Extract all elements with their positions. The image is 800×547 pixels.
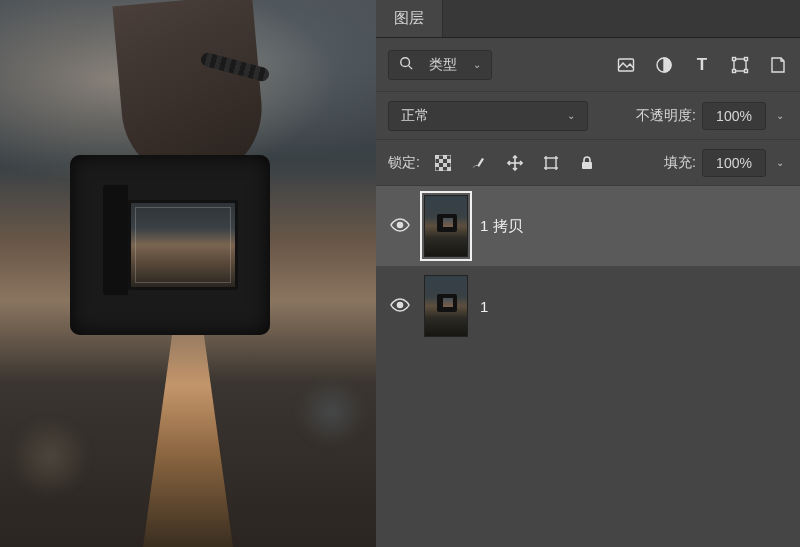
layer-row[interactable]: 1 拷贝 <box>376 186 800 266</box>
svg-rect-17 <box>435 163 439 167</box>
layer-thumbnail[interactable] <box>424 195 468 257</box>
svg-rect-33 <box>582 162 592 169</box>
svg-rect-8 <box>733 57 736 60</box>
svg-rect-14 <box>443 155 447 159</box>
screen-overlay <box>135 207 231 283</box>
panel-tab-bar: 图层 <box>376 0 800 38</box>
svg-rect-9 <box>745 57 748 60</box>
svg-point-3 <box>401 58 410 67</box>
visibility-toggle[interactable] <box>388 215 412 238</box>
fill-label: 填充: <box>664 154 696 172</box>
filter-smartobject-icon[interactable] <box>768 55 788 75</box>
lock-transparency-icon[interactable] <box>434 154 452 172</box>
blend-mode-value: 正常 <box>401 107 429 125</box>
blend-mode-row: 正常 ⌄ 不透明度: 100% ⌄ <box>376 92 800 140</box>
svg-rect-18 <box>443 163 447 167</box>
lock-label: 锁定: <box>388 154 420 172</box>
eye-icon <box>390 295 410 318</box>
fill-value: 100% <box>716 155 752 171</box>
svg-rect-16 <box>447 159 451 163</box>
visibility-toggle[interactable] <box>388 295 412 318</box>
layers-panel: 图层 类型 ⌄ T <box>376 0 800 547</box>
layer-name[interactable]: 1 拷贝 <box>480 217 523 236</box>
svg-point-34 <box>398 222 403 227</box>
lock-artboard-icon[interactable] <box>542 154 560 172</box>
blend-mode-select[interactable]: 正常 ⌄ <box>388 101 588 131</box>
svg-rect-24 <box>546 158 556 168</box>
filter-icons: T <box>616 55 788 75</box>
svg-point-35 <box>398 302 403 307</box>
chevron-down-icon: ⌄ <box>473 59 481 70</box>
filter-type-icon[interactable]: T <box>692 55 712 75</box>
layers-list: 1 拷贝 1 <box>376 186 800 547</box>
svg-rect-20 <box>447 167 451 171</box>
opacity-label: 不透明度: <box>636 107 696 125</box>
camera-screen <box>128 200 238 290</box>
bokeh <box>296 377 366 447</box>
lock-all-icon[interactable] <box>578 154 596 172</box>
opacity-stepper[interactable]: ⌄ <box>772 102 788 130</box>
fill-stepper[interactable]: ⌄ <box>772 149 788 177</box>
svg-rect-13 <box>435 155 439 159</box>
fill-input[interactable]: 100% <box>702 149 766 177</box>
filter-label: 类型 <box>429 56 457 74</box>
eye-icon <box>390 215 410 238</box>
tab-label: 图层 <box>394 9 424 28</box>
svg-rect-11 <box>745 69 748 72</box>
layer-name[interactable]: 1 <box>480 298 488 315</box>
panel-menu-button[interactable] <box>770 0 800 37</box>
svg-rect-10 <box>733 69 736 72</box>
svg-rect-15 <box>439 159 443 163</box>
chevron-down-icon: ⌄ <box>567 110 575 121</box>
opacity-value: 100% <box>716 108 752 124</box>
filter-shape-icon[interactable] <box>730 55 750 75</box>
filter-type-select[interactable]: 类型 ⌄ <box>388 50 492 80</box>
canvas-image <box>0 0 376 547</box>
layer-filter-row: 类型 ⌄ T <box>376 38 800 92</box>
lock-position-icon[interactable] <box>506 154 524 172</box>
tab-layers[interactable]: 图层 <box>376 0 443 37</box>
svg-line-4 <box>409 66 413 70</box>
filter-adjustment-icon[interactable] <box>654 55 674 75</box>
lock-row: 锁定: 填充: 100% ⌄ <box>376 140 800 186</box>
svg-rect-19 <box>439 167 443 171</box>
lock-brush-icon[interactable] <box>470 154 488 172</box>
rail <box>143 317 233 547</box>
layer-row[interactable]: 1 <box>376 266 800 346</box>
opacity-input[interactable]: 100% <box>702 102 766 130</box>
filter-pixel-icon[interactable] <box>616 55 636 75</box>
search-icon <box>399 56 413 73</box>
bokeh <box>10 417 90 497</box>
camera-side <box>103 185 128 295</box>
layer-thumbnail[interactable] <box>424 275 468 337</box>
